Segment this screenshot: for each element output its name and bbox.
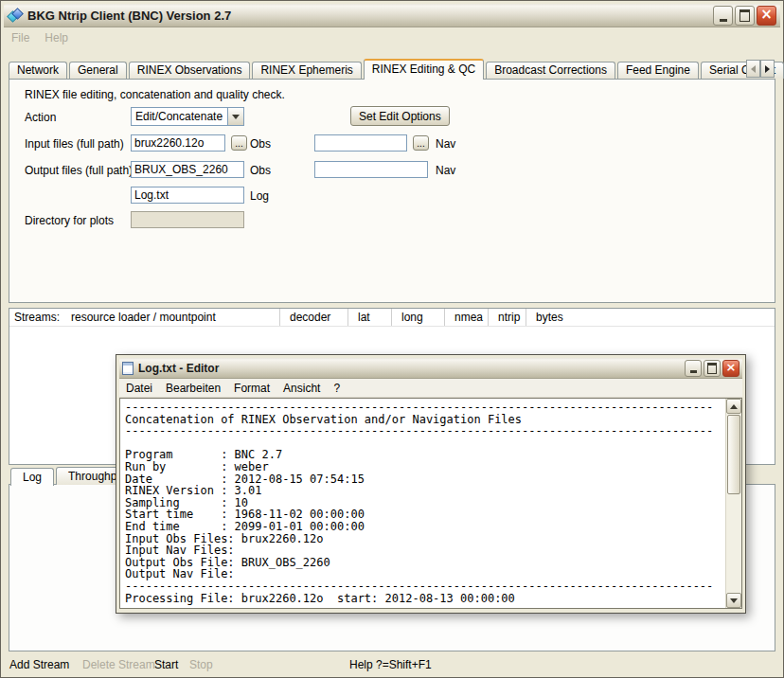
app-icon bbox=[8, 9, 22, 23]
help-shortcut-text: Help ?=Shift+F1 bbox=[349, 658, 432, 671]
action-select[interactable]: Edit/Concatenate bbox=[131, 107, 244, 126]
input-files-label: Input files (full path) bbox=[25, 137, 124, 151]
input-obs-field[interactable] bbox=[131, 134, 225, 152]
plots-directory-field bbox=[131, 211, 244, 228]
input-obs-suffix-label: Obs bbox=[250, 137, 271, 151]
tab-strip: Network General RINEX Observations RINEX… bbox=[9, 58, 745, 79]
menu-help[interactable]: Help bbox=[37, 29, 76, 46]
editor-menu-format[interactable]: Format bbox=[227, 380, 276, 397]
editor-body: ----------------------------------------… bbox=[119, 398, 742, 609]
editor-menu-ansicht[interactable]: Ansicht bbox=[276, 380, 327, 397]
scrollbar-thumb[interactable] bbox=[727, 415, 740, 494]
chevron-down-icon[interactable] bbox=[227, 108, 243, 125]
stop-button[interactable]: Stop bbox=[189, 658, 213, 671]
tab-scroll-buttons bbox=[746, 60, 775, 78]
output-obs-suffix-label: Obs bbox=[250, 164, 271, 177]
delete-stream-button[interactable]: Delete Stream bbox=[82, 658, 155, 671]
editor-maximize-icon[interactable] bbox=[704, 360, 721, 377]
editor-minimize-icon[interactable] bbox=[685, 360, 702, 377]
bottom-tab-log[interactable]: Log bbox=[10, 468, 54, 486]
output-obs-field[interactable] bbox=[131, 161, 244, 178]
input-obs-browse-button[interactable]: ... bbox=[231, 135, 247, 151]
tab-broadcast-corrections[interactable]: Broadcast Corrections bbox=[486, 62, 615, 79]
editor-vertical-scrollbar[interactable] bbox=[725, 399, 741, 608]
maximize-icon[interactable] bbox=[735, 6, 755, 26]
tab-rinex-editing-qc[interactable]: RINEX Editing & QC bbox=[364, 59, 484, 80]
output-nav-field[interactable] bbox=[314, 161, 428, 178]
editor-menu-bearbeiten[interactable]: Bearbeiten bbox=[159, 380, 227, 397]
streams-column-bytes: bytes bbox=[526, 309, 775, 326]
tab-network[interactable]: Network bbox=[9, 62, 67, 79]
editor-menubar: Datei Bearbeiten Format Ansicht ? bbox=[119, 379, 742, 398]
editor-window-controls bbox=[685, 360, 739, 377]
log-file-field[interactable] bbox=[131, 187, 244, 204]
streams-column-lat: lat bbox=[348, 309, 392, 326]
action-selected-value: Edit/Concatenate bbox=[132, 110, 227, 123]
tab-scroll-left-icon[interactable] bbox=[746, 60, 760, 78]
statusbar: Add Stream Delete Stream Start Stop Help… bbox=[4, 652, 780, 676]
editor-close-icon[interactable] bbox=[722, 360, 739, 377]
rinex-editing-panel: RINEX file editing, concatenation and qu… bbox=[9, 79, 775, 303]
streams-column-nmea: nmea bbox=[445, 309, 489, 326]
menu-file[interactable]: File bbox=[4, 29, 37, 46]
panel-description: RINEX file editing, concatenation and qu… bbox=[25, 88, 285, 101]
tab-feed-engine[interactable]: Feed Engine bbox=[617, 62, 699, 79]
minimize-icon[interactable] bbox=[713, 6, 733, 26]
editor-title: Log.txt - Editor bbox=[138, 362, 685, 375]
input-nav-field[interactable] bbox=[314, 134, 407, 152]
action-label: Action bbox=[25, 111, 56, 124]
main-titlebar: BKG Ntrip Client (BNC) Version 2.7 bbox=[4, 4, 780, 27]
streams-column-decoder: decoder bbox=[280, 309, 348, 326]
window-controls bbox=[713, 6, 776, 26]
document-icon bbox=[122, 362, 134, 375]
scroll-up-icon[interactable] bbox=[726, 399, 741, 414]
screen: BKG Ntrip Client (BNC) Version 2.7 File … bbox=[0, 0, 784, 678]
streams-column-ntrip: ntrip bbox=[489, 309, 526, 326]
tab-general[interactable]: General bbox=[69, 62, 127, 79]
streams-column-mountpoint: Streams: resource loader / mountpoint bbox=[9, 309, 280, 326]
window-title: BKG Ntrip Client (BNC) Version 2.7 bbox=[27, 9, 713, 23]
close-icon[interactable] bbox=[757, 6, 776, 26]
log-suffix-label: Log bbox=[250, 189, 269, 203]
streams-header-row: Streams: resource loader / mountpoint de… bbox=[9, 309, 775, 327]
tab-rinex-observations[interactable]: RINEX Observations bbox=[129, 62, 251, 79]
editor-titlebar: Log.txt - Editor bbox=[119, 358, 742, 379]
plots-directory-label: Directory for plots bbox=[25, 214, 114, 227]
editor-window: Log.txt - Editor Datei Bearbeiten Format… bbox=[116, 354, 746, 614]
streams-column-long: long bbox=[392, 309, 445, 326]
tab-rinex-ephemeris[interactable]: RINEX Ephemeris bbox=[252, 62, 361, 79]
editor-text-content[interactable]: ----------------------------------------… bbox=[120, 399, 725, 608]
input-nav-suffix-label: Nav bbox=[436, 137, 455, 151]
output-nav-suffix-label: Nav bbox=[436, 164, 455, 177]
streams-column-mountpoint-label: resource loader / mountpoint bbox=[71, 311, 216, 324]
editor-menu-hilfe[interactable]: ? bbox=[327, 380, 347, 397]
input-nav-browse-button[interactable]: ... bbox=[413, 135, 429, 151]
start-button[interactable]: Start bbox=[154, 658, 178, 671]
editor-menu-datei[interactable]: Datei bbox=[119, 380, 159, 397]
streams-label: Streams: bbox=[14, 311, 60, 324]
add-stream-button[interactable]: Add Stream bbox=[9, 658, 69, 671]
output-files-label: Output files (full path) bbox=[25, 164, 133, 177]
menubar: File Help bbox=[4, 28, 780, 47]
scroll-down-icon[interactable] bbox=[726, 593, 741, 608]
tab-scroll-right-icon[interactable] bbox=[760, 60, 775, 78]
set-edit-options-button[interactable]: Set Edit Options bbox=[350, 106, 450, 126]
